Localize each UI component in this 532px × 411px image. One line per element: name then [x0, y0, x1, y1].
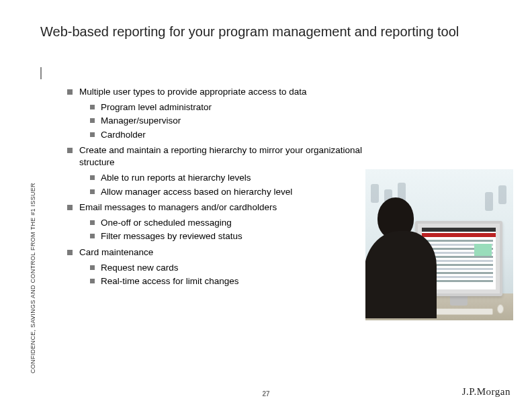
bullet-text: Email messages to managers and/or cardho…	[79, 202, 277, 212]
sub-item: Allow manager access based on hierarchy …	[90, 185, 390, 199]
page-title: Web-based reporting for your program man…	[40, 23, 470, 41]
sub-item: Filter messages by reviewed status	[90, 230, 390, 243]
photo-mouse	[497, 304, 504, 314]
bullet-text: Create and maintain a reporting hierarch…	[79, 145, 362, 167]
sub-item: Manager/supervisor	[90, 114, 390, 128]
bullet-list: Multiple user types to provide appropria…	[67, 86, 390, 288]
sub-list: One-off or scheduled messaging Filter me…	[90, 216, 390, 244]
bullet-item: Create and maintain a reporting hierarch…	[67, 144, 390, 199]
sub-item: Able to run reports at hierarchy levels	[90, 171, 390, 185]
bullet-item: Multiple user types to provide appropria…	[67, 86, 390, 142]
bullet-text: Multiple user types to provide appropria…	[79, 87, 306, 97]
sub-item: One-off or scheduled messaging	[90, 216, 390, 230]
sub-item: Cardholder	[90, 128, 390, 142]
content-area: Multiple user types to provide appropria…	[67, 86, 390, 291]
sub-list: Request new cards Real-time access for l…	[90, 261, 390, 289]
sub-item: Program level administrator	[90, 101, 390, 114]
photo-keyboard	[433, 308, 493, 315]
sub-list: Program level administrator Manager/supe…	[90, 101, 390, 142]
sub-item: Real-time access for limit changes	[90, 275, 390, 288]
page-number: 27	[0, 390, 532, 398]
brand-logo: J.P.Morgan	[462, 386, 511, 398]
sub-item: Request new cards	[90, 261, 390, 275]
slide-image	[365, 169, 513, 320]
photo-monitor-stand	[450, 296, 468, 306]
slide: Web-based reporting for your program man…	[0, 0, 532, 411]
sub-list: Able to run reports at hierarchy levels …	[90, 171, 390, 199]
bullet-item: Card maintenance Request new cards Real-…	[67, 246, 390, 289]
bullet-text: Card maintenance	[79, 247, 153, 257]
vertical-tagline: CONFIDENCE, SAVINGS AND CONTROL FROM THE…	[30, 183, 36, 373]
bullet-item: Email messages to managers and/or cardho…	[67, 201, 390, 244]
title-divider	[40, 67, 42, 79]
